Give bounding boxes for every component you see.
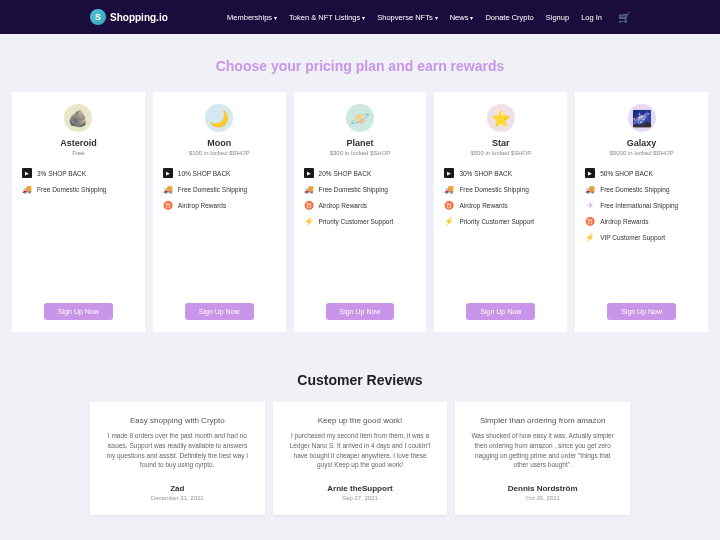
feature-text: Free Domestic Shipping [600, 186, 669, 193]
feature-priority: ⚡Priority Customer Support [304, 216, 417, 226]
plan-card-planet: 🪐Planet$300 in locked $SHOP▶20% SHOP BAC… [294, 92, 427, 332]
intl-icon: ✈ [585, 200, 595, 210]
feature-text: Free Domestic Shipping [178, 186, 247, 193]
feature-text: Free Domestic Shipping [37, 186, 106, 193]
review-title: Keep up the good work! [289, 416, 432, 425]
ship-icon: 🚚 [444, 184, 454, 194]
caret-down-icon: ▾ [362, 14, 365, 21]
feature-text: Airdrop Rewards [178, 202, 226, 209]
signup-button[interactable]: Sign Up Now [185, 303, 254, 320]
planet-icon: 🪐 [346, 104, 374, 132]
feature-text: 30% SHOP BACK [459, 170, 512, 177]
nav-item-signup[interactable]: Signup [546, 13, 569, 22]
priority-icon: ⚡ [585, 232, 595, 242]
feature-text: Free Domestic Shipping [319, 186, 388, 193]
feature-ship: 🚚Free Domestic Shipping [444, 184, 557, 194]
shop-icon: ▶ [444, 168, 454, 178]
shop-icon: ▶ [304, 168, 314, 178]
cart-icon[interactable]: 🛒 [618, 12, 630, 23]
review-author: Dennis Nordström [471, 484, 614, 493]
star-icon: ⭐ [487, 104, 515, 132]
review-card: Keep up the good work!I purchased my sec… [273, 402, 448, 515]
nav-item-token-nft-listings[interactable]: Token & NFT Listings▾ [289, 13, 365, 22]
plan-name: Galaxy [585, 138, 698, 148]
feature-text: 3% SHOP BACK [37, 170, 86, 177]
feature-text: VIP Customer Support [600, 234, 665, 241]
ship-icon: 🚚 [304, 184, 314, 194]
signup-button[interactable]: Sign Up Now [607, 303, 676, 320]
review-card: Simpler than ordering from amazonWas sho… [455, 402, 630, 515]
logo-icon: S [90, 9, 106, 25]
reviews-title: Customer Reviews [0, 372, 720, 388]
review-date: December 31, 2021 [106, 495, 249, 501]
priority-icon: ⚡ [444, 216, 454, 226]
review-date: Sep 27, 2021 [289, 495, 432, 501]
signup-button[interactable]: Sign Up Now [466, 303, 535, 320]
logo-text: Shopping.io [110, 12, 168, 23]
review-author: Zad [106, 484, 249, 493]
feature-text: Airdrop Rewards [319, 202, 367, 209]
feature-intl: ✈Free International Shipping [585, 200, 698, 210]
nav-item-donate-crypto[interactable]: Donate Crypto [485, 13, 533, 22]
header: S Shopping.io Memberships▾Token & NFT Li… [0, 0, 720, 34]
moon-icon: 🌙 [205, 104, 233, 132]
airdrop-icon: ♉ [585, 216, 595, 226]
plan-price: $500 in locked $SHOP [444, 150, 557, 156]
ship-icon: 🚚 [163, 184, 173, 194]
feature-shop: ▶3% SHOP BACK [22, 168, 135, 178]
review-card: Easy shopping with CryptoI made 8 orders… [90, 402, 265, 515]
reviews-container: Easy shopping with CryptoI made 8 orders… [0, 402, 720, 535]
feature-shop: ▶50% SHOP BACK [585, 168, 698, 178]
asteroid-icon: 🪨 [64, 104, 92, 132]
shop-icon: ▶ [22, 168, 32, 178]
shop-icon: ▶ [163, 168, 173, 178]
feature-text: 50% SHOP BACK [600, 170, 653, 177]
nav-item-shopverse-nfts[interactable]: Shopverse NFTs▾ [377, 13, 437, 22]
shop-icon: ▶ [585, 168, 595, 178]
feature-ship: 🚚Free Domestic Shipping [585, 184, 698, 194]
feature-shop: ▶10% SHOP BACK [163, 168, 276, 178]
nav-item-memberships[interactable]: Memberships▾ [227, 13, 277, 22]
ship-icon: 🚚 [22, 184, 32, 194]
feature-ship: 🚚Free Domestic Shipping [304, 184, 417, 194]
caret-down-icon: ▾ [435, 14, 438, 21]
plan-card-asteroid: 🪨AsteroidFree▶3% SHOP BACK🚚Free Domestic… [12, 92, 145, 332]
feature-text: Priority Customer Support [459, 218, 534, 225]
priority-icon: ⚡ [304, 216, 314, 226]
signup-button[interactable]: Sign Up Now [326, 303, 395, 320]
feature-shop: ▶20% SHOP BACK [304, 168, 417, 178]
airdrop-icon: ♉ [444, 200, 454, 210]
pricing-title: Choose your pricing plan and earn reward… [0, 58, 720, 74]
airdrop-icon: ♉ [304, 200, 314, 210]
plan-name: Asteroid [22, 138, 135, 148]
feature-shop: ▶30% SHOP BACK [444, 168, 557, 178]
feature-airdrop: ♉Airdrop Rewards [163, 200, 276, 210]
feature-ship: 🚚Free Domestic Shipping [22, 184, 135, 194]
review-text: I purchased my second item from them, it… [289, 431, 432, 470]
signup-button[interactable]: Sign Up Now [44, 303, 113, 320]
review-text: I made 8 orders over the past month and … [106, 431, 249, 470]
plan-price: Free [22, 150, 135, 156]
plan-name: Planet [304, 138, 417, 148]
galaxy-icon: 🌌 [628, 104, 656, 132]
caret-down-icon: ▾ [470, 14, 473, 21]
feature-priority: ⚡VIP Customer Support [585, 232, 698, 242]
review-title: Simpler than ordering from amazon [471, 416, 614, 425]
feature-airdrop: ♉Airdrop Rewards [444, 200, 557, 210]
ship-icon: 🚚 [585, 184, 595, 194]
nav-item-log-in[interactable]: Log In [581, 13, 602, 22]
feature-text: Airdrop Rewards [600, 218, 648, 225]
plan-price: $300 in locked $SHOP [304, 150, 417, 156]
feature-text: Priority Customer Support [319, 218, 394, 225]
feature-text: Airdrop Rewards [459, 202, 507, 209]
review-author: Arnie theSupport [289, 484, 432, 493]
feature-priority: ⚡Priority Customer Support [444, 216, 557, 226]
plan-card-star: ⭐Star$500 in locked $SHOP▶30% SHOP BACK🚚… [434, 92, 567, 332]
nav: Memberships▾Token & NFT Listings▾Shopver… [227, 12, 630, 23]
feature-text: 20% SHOP BACK [319, 170, 372, 177]
logo[interactable]: S Shopping.io [90, 9, 168, 25]
nav-item-news[interactable]: News▾ [450, 13, 474, 22]
plan-price: $100 in locked $SHOP [163, 150, 276, 156]
feature-airdrop: ♉Airdrop Rewards [304, 200, 417, 210]
plan-card-galaxy: 🌌Galaxy$5000 in locked $SHOP▶50% SHOP BA… [575, 92, 708, 332]
